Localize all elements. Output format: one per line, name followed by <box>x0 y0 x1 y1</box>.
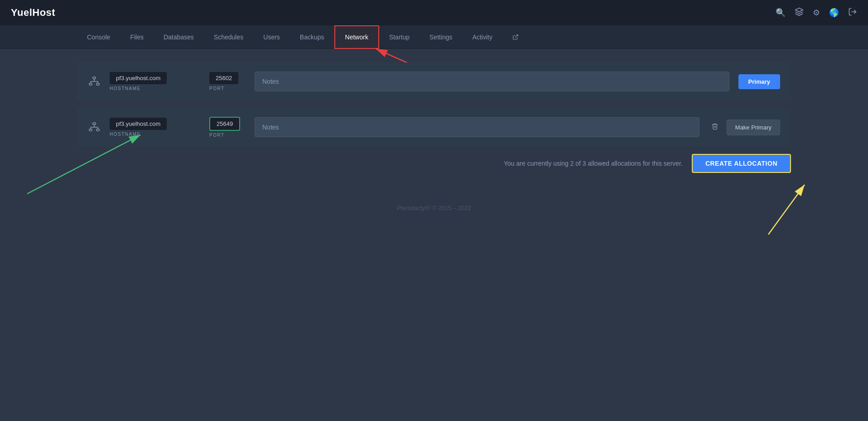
nav-users[interactable]: Users <box>253 25 290 49</box>
nav-files[interactable]: Files <box>120 25 154 49</box>
make-primary-button-2[interactable]: Make Primary <box>727 120 780 135</box>
svg-rect-14 <box>96 129 99 131</box>
port-group-2: 25649 PORT <box>209 117 246 138</box>
port-label-1: PORT <box>209 86 225 91</box>
port-label-2: PORT <box>209 133 225 138</box>
search-icon[interactable]: 🔍 <box>776 8 786 18</box>
notes-input-1[interactable] <box>255 72 729 91</box>
port-badge-2: 25649 <box>209 117 240 131</box>
delete-button-2[interactable] <box>709 120 721 134</box>
layers-icon[interactable] <box>795 7 804 19</box>
logout-icon[interactable] <box>848 7 857 19</box>
hostname-badge-2: pf3.yuelhost.com <box>110 118 167 130</box>
nav-network[interactable]: Network <box>334 25 379 49</box>
trash-icon <box>711 123 719 130</box>
primary-button-1[interactable]: Primary <box>738 74 780 89</box>
main-content: pf3.yuelhost.com HOSTNAME 25602 PORT Pri… <box>0 49 868 187</box>
footer-text: Pterodactyl® © 2015 – 2022 <box>397 205 471 211</box>
svg-marker-0 <box>796 8 803 11</box>
nav-startup[interactable]: Startup <box>379 25 420 49</box>
navbar: Console Files Databases Schedules Users … <box>0 25 868 49</box>
nav-activity[interactable]: Activity <box>463 25 502 49</box>
topbar-left: YuelHost <box>11 7 55 19</box>
hostname-group-2: pf3.yuelhost.com HOSTNAME <box>110 118 200 137</box>
nav-backups[interactable]: Backups <box>290 25 334 49</box>
action-group-1: Primary <box>738 74 780 89</box>
allocation-card-1: pf3.yuelhost.com HOSTNAME 25602 PORT Pri… <box>77 62 791 100</box>
hostname-group-1: pf3.yuelhost.com HOSTNAME <box>110 72 200 91</box>
port-badge-1: 25602 <box>209 72 238 84</box>
nav-console[interactable]: Console <box>77 25 120 49</box>
nav-databases[interactable]: Databases <box>154 25 204 49</box>
nav-external[interactable] <box>502 25 529 49</box>
allocation-card-2: pf3.yuelhost.com HOSTNAME 25649 PORT Mak… <box>77 108 791 147</box>
hostname-label-2: HOSTNAME <box>110 132 141 137</box>
allocation-status: You are currently using 2 of 3 allowed a… <box>504 160 683 167</box>
nav-settings[interactable]: Settings <box>420 25 463 49</box>
svg-rect-13 <box>89 129 92 131</box>
nav-schedules[interactable]: Schedules <box>204 25 253 49</box>
svg-rect-5 <box>93 77 96 79</box>
svg-rect-7 <box>96 83 99 85</box>
svg-line-2 <box>515 34 518 37</box>
network-icon-2 <box>88 122 101 133</box>
create-allocation-button[interactable]: CREATE ALLOCATION <box>692 154 791 173</box>
globe-icon[interactable]: 🌎 <box>829 8 839 18</box>
hostname-label-1: HOSTNAME <box>110 86 141 91</box>
notes-input-2[interactable] <box>255 117 699 137</box>
bottom-row: You are currently using 2 of 3 allowed a… <box>77 154 791 173</box>
svg-rect-12 <box>93 123 96 124</box>
external-link-icon <box>512 34 519 40</box>
topbar-right: 🔍 ⚙ 🌎 <box>776 7 857 19</box>
port-group-1: 25602 PORT <box>209 72 246 91</box>
svg-rect-6 <box>89 83 92 85</box>
network-icon-1 <box>88 76 101 87</box>
logo: YuelHost <box>11 7 55 19</box>
footer: Pterodactyl® © 2015 – 2022 <box>0 187 868 220</box>
gear-icon[interactable]: ⚙ <box>813 8 820 18</box>
topbar: YuelHost 🔍 ⚙ 🌎 <box>0 0 868 25</box>
hostname-badge-1: pf3.yuelhost.com <box>110 72 167 84</box>
action-group-2: Make Primary <box>709 120 780 135</box>
